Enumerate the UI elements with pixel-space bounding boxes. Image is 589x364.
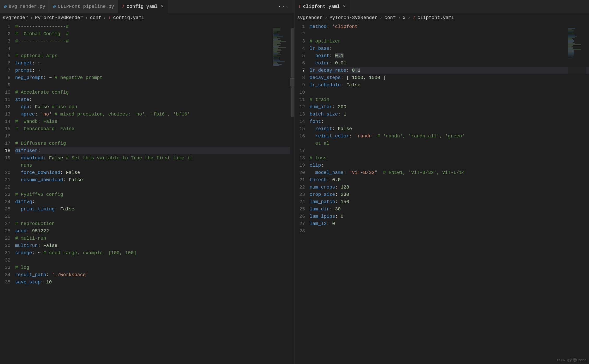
code-line[interactable]: color: 0.01 — [310, 59, 589, 67]
watermark: CSDN @多恩Stone — [557, 358, 586, 362]
breadcrumb-right[interactable]: svgrender›PyTorch-SVGRender›conf›x›!clip… — [294, 13, 589, 22]
code-line[interactable]: prompt: ~ — [15, 67, 294, 74]
breadcrumb-leaf[interactable]: clipfont.yaml — [417, 15, 454, 20]
code-line[interactable]: lr_base: — [310, 45, 589, 52]
breadcrumb-leaf[interactable]: config.yaml — [113, 15, 144, 20]
code-line[interactable]: multirun: False — [15, 242, 294, 249]
code-line[interactable]: force_download: False — [15, 169, 294, 176]
code-line[interactable]: diffvg: — [15, 198, 294, 205]
code-line[interactable]: state: — [15, 96, 294, 103]
code-line[interactable]: batch_size: 1 — [310, 111, 589, 118]
code-line[interactable]: reinit_color: 'randn' # 'randn', 'randn_… — [310, 132, 589, 140]
code-line[interactable]: crop_size: 230 — [310, 191, 589, 198]
minimap-right[interactable] — [568, 28, 586, 75]
minimap-left[interactable] — [273, 28, 292, 91]
chevron-right-icon: › — [325, 15, 327, 20]
code-line[interactable]: thresh: 0.0 — [310, 176, 589, 184]
code-left[interactable]: #-----------------## Global Config ##---… — [15, 22, 294, 364]
code-line[interactable] — [15, 81, 294, 89]
code-line[interactable] — [15, 257, 294, 264]
code-line[interactable]: # Accelerate config — [15, 89, 294, 96]
split-handle[interactable] — [290, 78, 294, 86]
breadcrumb-segment[interactable]: conf — [384, 15, 396, 20]
code-line[interactable]: lam_l2: 0 — [310, 220, 589, 227]
code-line[interactable]: save_step: 10 — [15, 278, 294, 286]
breadcrumb-segment[interactable]: svgrender — [297, 15, 322, 20]
code-line[interactable]: # loss — [310, 154, 589, 162]
editor-pane-left: ⚙svg_render.py⚙CLIPFont_pipeline.py!conf… — [0, 0, 294, 364]
code-line[interactable]: print_timing: False — [15, 205, 294, 213]
tab-bar-left: ⚙svg_render.py⚙CLIPFont_pipeline.py!conf… — [0, 0, 294, 13]
gutter-right: 1234567891011121314151617181920212223242… — [294, 22, 310, 364]
code-line[interactable]: cpu: False # use cpu — [15, 103, 294, 111]
code-line[interactable]: # multi-run — [15, 235, 294, 242]
code-line[interactable]: lam_dir: 30 — [310, 205, 589, 213]
code-line[interactable] — [310, 227, 589, 235]
code-line[interactable]: neg_prompt: ~ # negative prompt — [15, 74, 294, 81]
code-line[interactable]: lam_patch: 150 — [310, 198, 589, 205]
breadcrumb-segment[interactable]: conf — [90, 15, 101, 20]
code-line[interactable]: target: ~ — [15, 59, 294, 67]
code-line[interactable]: # wandb: False — [15, 118, 294, 125]
code-line[interactable] — [15, 213, 294, 220]
code-line[interactable]: clip: — [310, 162, 589, 169]
code-line[interactable]: diffuser: — [15, 147, 294, 154]
code-line[interactable]: et al — [310, 140, 589, 147]
editor-left[interactable]: 1234567891011121314151617181920212223242… — [0, 22, 294, 364]
code-line[interactable]: method: 'clipfont' — [310, 23, 589, 30]
close-icon[interactable]: × — [160, 4, 164, 9]
code-line[interactable]: srange: ~ # seed range, example: [100, 1… — [15, 249, 294, 257]
code-line[interactable]: model_name: "ViT-B/32" # RN101, 'ViT-B/3… — [310, 169, 589, 176]
code-line[interactable]: # reproduction — [15, 220, 294, 227]
editor-right[interactable]: 1234567891011121314151617181920212223242… — [294, 22, 589, 364]
tab-clipfont-yaml[interactable]: !clipfont.yaml× — [294, 0, 350, 13]
close-icon[interactable]: × — [342, 4, 346, 9]
code-line[interactable] — [310, 30, 589, 38]
code-line[interactable]: lr_decay_rate: 0.1 — [310, 67, 589, 74]
code-line[interactable]: lr_schedule: False — [310, 81, 589, 89]
code-line[interactable]: decay_steps: [ 1000, 1500 ] — [310, 74, 589, 81]
breadcrumb-segment[interactable]: PyTorch-SVGRender — [329, 15, 378, 20]
code-line[interactable]: # tensorboard: False — [15, 125, 294, 132]
tab-config-yaml[interactable]: !config.yaml× — [118, 0, 167, 13]
code-line[interactable]: runs — [15, 162, 294, 169]
code-line[interactable]: #-----------------# — [15, 38, 294, 45]
breadcrumb-segment[interactable]: x — [403, 15, 406, 20]
code-line[interactable] — [15, 132, 294, 140]
code-line[interactable]: download: False # Set this variable to T… — [15, 154, 294, 162]
code-line[interactable]: # Global Config # — [15, 30, 294, 38]
code-line[interactable]: point: 0.1 — [310, 52, 589, 59]
code-line[interactable]: #-----------------# — [15, 23, 294, 30]
code-line[interactable] — [310, 147, 589, 154]
code-line[interactable]: reinit: False — [310, 125, 589, 132]
chevron-right-icon: › — [103, 15, 106, 20]
code-line[interactable] — [15, 184, 294, 191]
python-file-icon: ⚙ — [4, 4, 7, 9]
code-line[interactable] — [310, 89, 589, 96]
tab-svg_render-py[interactable]: ⚙svg_render.py — [0, 0, 49, 13]
code-line[interactable]: # optional args — [15, 52, 294, 59]
breadcrumb-left[interactable]: svgrender›PyTorch-SVGRender›conf›!config… — [0, 13, 294, 22]
code-line[interactable]: num_crops: 128 — [310, 184, 589, 191]
code-line[interactable]: # PyDiffVG config — [15, 191, 294, 198]
code-line[interactable]: result_path: './workspace' — [15, 271, 294, 278]
breadcrumb-segment[interactable]: PyTorch-SVGRender — [35, 15, 83, 20]
code-line[interactable]: # optimizer — [310, 38, 589, 45]
code-line[interactable]: resume_download: False — [15, 176, 294, 184]
editor-pane-right: !clipfont.yaml× svgrender›PyTorch-SVGRen… — [294, 0, 589, 364]
code-line[interactable]: # Diffusers config — [15, 140, 294, 147]
code-right[interactable]: method: 'clipfont'# optimizerlr_base: po… — [310, 22, 589, 364]
tab-actions[interactable]: ··· — [273, 4, 294, 10]
code-line[interactable]: font: — [310, 118, 589, 125]
chevron-right-icon: › — [408, 15, 410, 20]
code-line[interactable]: num_iter: 200 — [310, 103, 589, 111]
breadcrumb-segment[interactable]: svgrender — [3, 15, 28, 20]
code-line[interactable]: seed: 951222 — [15, 227, 294, 235]
python-file-icon: ⚙ — [53, 4, 56, 9]
code-line[interactable]: # log — [15, 264, 294, 271]
code-line[interactable]: lam_lpips: 0 — [310, 213, 589, 220]
code-line[interactable]: mprec: 'no' # mixed precision, choices: … — [15, 111, 294, 118]
tab-CLIPFont_pipeline-py[interactable]: ⚙CLIPFont_pipeline.py — [49, 0, 118, 13]
code-line[interactable] — [15, 45, 294, 52]
code-line[interactable]: # train — [310, 96, 589, 103]
